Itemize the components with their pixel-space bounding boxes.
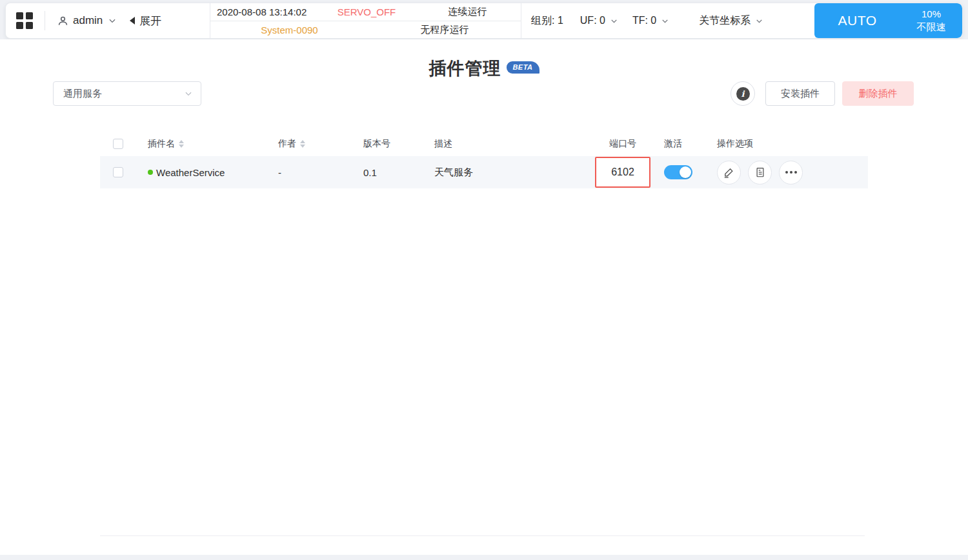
plugin-author: -: [265, 167, 352, 178]
speed-percent: 10%: [922, 8, 941, 21]
row-checkbox[interactable]: [113, 167, 123, 177]
document-icon: [754, 166, 766, 178]
chevron-down-icon: [610, 17, 618, 25]
plugin-table: 插件名 作者 版本号 描述 端口号 激活 操作选项 WeatherService…: [100, 132, 868, 188]
delete-plugin-button[interactable]: 删除插件: [842, 81, 914, 106]
bottom-divider: [100, 535, 865, 536]
speed-panel[interactable]: 10% 不限速: [900, 3, 962, 38]
log-button[interactable]: [748, 161, 772, 185]
divider: [45, 11, 45, 30]
user-menu[interactable]: admin: [73, 14, 103, 27]
more-icon: [785, 171, 797, 174]
category-select-value: 通用服务: [54, 88, 179, 100]
coordinate-system-selector[interactable]: 关节坐标系: [699, 14, 763, 28]
port-highlight-box: 6102: [595, 157, 650, 188]
port-value: 6102: [611, 166, 634, 178]
system-name: System-0090: [210, 25, 368, 35]
beta-badge: BETA: [507, 61, 539, 74]
chevron-down-icon[interactable]: [108, 16, 117, 25]
topbar-left: admin 展开: [6, 3, 210, 38]
uf-selector[interactable]: UF: 0: [580, 15, 618, 26]
toggle-knob: [680, 166, 691, 178]
header-author: 作者: [265, 138, 352, 150]
plugin-name: WeatherService: [156, 167, 225, 178]
category-select[interactable]: 通用服务: [53, 81, 201, 106]
title-row: 插件管理 BETA: [0, 57, 968, 80]
expand-button[interactable]: 展开: [139, 14, 161, 28]
topbar: admin 展开 2020-08-08 13:14:02 SERVO_OFF 连…: [5, 3, 963, 39]
install-plugin-button[interactable]: 安装插件: [765, 81, 835, 106]
program-status: 无程序运行: [368, 24, 521, 36]
mode-speed-panel[interactable]: AUTO 10% 不限速: [814, 3, 962, 38]
run-mode-status: 连续运行: [414, 6, 521, 18]
select-all-checkbox[interactable]: [113, 139, 123, 149]
servo-status: SERVO_OFF: [319, 6, 414, 17]
group-label: 组别: 1: [531, 14, 563, 28]
speed-limit-label: 不限速: [917, 21, 946, 34]
plugin-description: 天气服务: [423, 166, 587, 179]
header-description: 描述: [423, 138, 587, 150]
sort-icon[interactable]: [179, 140, 184, 148]
header-select-all: [100, 139, 136, 149]
person-icon: [57, 15, 69, 27]
table-row: WeatherService - 0.1 天气服务 6102: [100, 156, 868, 188]
datetime-text: 2020-08-08 13:14:02: [210, 6, 319, 17]
edit-icon: [723, 166, 735, 179]
plugin-version: 0.1: [352, 167, 423, 178]
triangle-left-icon[interactable]: [130, 17, 135, 25]
header-version: 版本号: [352, 138, 423, 150]
status-panel: 2020-08-08 13:14:02 SERVO_OFF 连续运行 Syste…: [210, 3, 521, 38]
info-button[interactable]: i: [731, 81, 755, 106]
header-actions: 操作选项: [713, 138, 868, 150]
header-port: 端口号: [587, 138, 658, 150]
chevron-down-icon: [755, 17, 763, 25]
header-plugin-name: 插件名: [136, 138, 265, 150]
edit-button[interactable]: [717, 161, 741, 185]
chevron-down-icon: [661, 17, 669, 25]
more-button[interactable]: [779, 161, 803, 185]
active-toggle[interactable]: [664, 165, 692, 179]
mode-label[interactable]: AUTO: [814, 3, 900, 38]
sort-icon[interactable]: [300, 140, 305, 148]
main-content: 插件管理 BETA 通用服务 i 安装插件 删除插件 插件名 作者 版本号 描述: [0, 39, 968, 555]
header-active: 激活: [658, 138, 713, 150]
tf-selector[interactable]: TF: 0: [632, 15, 669, 26]
status-dot-icon: [148, 170, 153, 175]
apps-grid-icon[interactable]: [16, 12, 33, 29]
info-icon: i: [736, 87, 750, 101]
table-header-row: 插件名 作者 版本号 描述 端口号 激活 操作选项: [100, 132, 868, 156]
chevron-down-icon: [184, 89, 193, 98]
page-title: 插件管理: [429, 57, 501, 80]
robot-settings-bar: 组别: 1 UF: 0 TF: 0 关节坐标系: [521, 3, 814, 38]
